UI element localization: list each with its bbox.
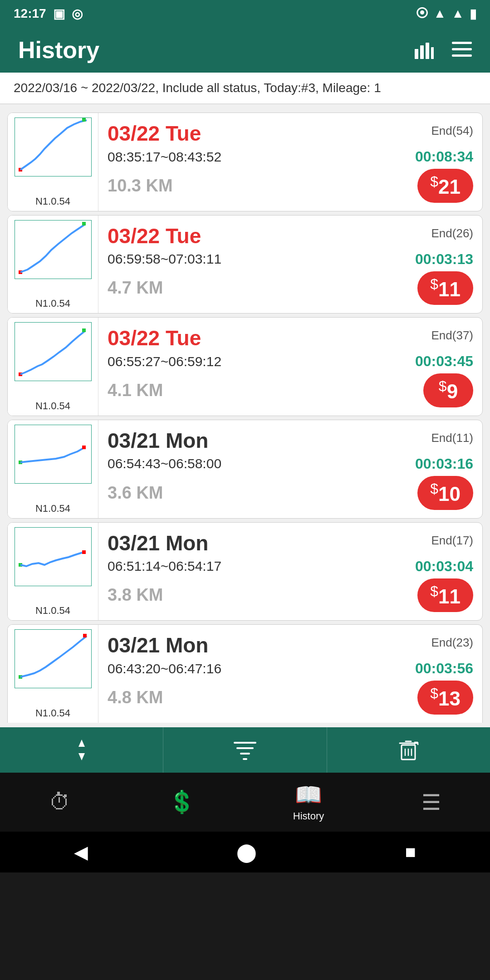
nav-item-history-back[interactable]: ⏱: [49, 789, 71, 814]
trip-time-6: 06:43:20~06:47:16: [108, 661, 221, 676]
trip-fare-5: $11: [417, 578, 473, 612]
trip-date-4: 03/21 Mon: [108, 428, 208, 453]
trip-duration-2: 00:03:13: [415, 251, 473, 268]
trip-info-2: 03/22 Tue End(26) 06:59:58~07:03:11 00:0…: [98, 216, 482, 314]
trip-time-1: 08:35:17~08:43:52: [108, 149, 221, 165]
trip-info-3: 03/22 Tue End(37) 06:55:27~06:59:12 00:0…: [98, 318, 482, 416]
chart-version-6: N1.0.54: [35, 707, 70, 719]
chart-bar-icon[interactable]: [414, 40, 434, 60]
chart-thumbnail: N1.0.54: [8, 523, 98, 621]
trip-distance-4: 3.6 KM: [108, 483, 163, 503]
trip-end-5: End(17): [431, 534, 474, 548]
trip-fare-6: $13: [417, 681, 473, 715]
chart-version-5: N1.0.54: [35, 605, 70, 617]
history-back-icon: ⏱: [49, 789, 71, 814]
trip-time-5: 06:51:14~06:54:17: [108, 559, 221, 574]
trip-distance-6: 4.8 KM: [108, 688, 163, 707]
trip-end-4: End(11): [431, 431, 474, 445]
chart-thumbnail: N1.0.54: [8, 216, 98, 314]
chart-version-4: N1.0.54: [35, 503, 70, 514]
trip-time-4: 06:54:43~06:58:00: [108, 456, 221, 471]
svg-rect-5: [452, 48, 472, 50]
chart-thumbnail: N1.0.54: [8, 318, 98, 416]
svg-marker-19: [78, 740, 85, 747]
trip-date-2: 03/22 Tue: [108, 224, 201, 248]
svg-marker-20: [78, 753, 85, 760]
trip-duration-3: 00:03:45: [415, 353, 473, 370]
table-row[interactable]: N1.0.54 03/21 Mon End(23) 06:43:20~06:47…: [7, 624, 483, 723]
delete-button[interactable]: [327, 727, 490, 773]
trip-distance-3: 4.1 KM: [108, 381, 163, 400]
trip-end-3: End(37): [431, 328, 474, 343]
recent-button[interactable]: ■: [405, 842, 416, 862]
trip-fare-3: $9: [423, 373, 473, 407]
trip-fare-4: $10: [417, 476, 473, 510]
svg-rect-10: [82, 222, 86, 225]
svg-rect-6: [452, 54, 472, 57]
nav-label-history: History: [293, 810, 324, 822]
trip-duration-1: 00:08:34: [415, 148, 473, 165]
svg-rect-8: [82, 118, 86, 122]
svg-rect-12: [82, 328, 86, 332]
trip-info-4: 03/21 Mon End(11) 06:54:43~06:58:00 00:0…: [98, 420, 482, 518]
back-button[interactable]: ◀: [74, 842, 88, 862]
system-nav: ◀ ⬤ ■: [0, 832, 490, 872]
trip-end-2: End(26): [431, 226, 474, 240]
filter-button[interactable]: [163, 727, 327, 773]
menu-icon[interactable]: [452, 42, 472, 58]
trip-duration-5: 00:03:04: [415, 558, 473, 575]
trip-distance-5: 3.8 KM: [108, 585, 163, 605]
svg-rect-16: [82, 550, 86, 554]
table-row[interactable]: N1.0.54 03/22 Tue End(54) 08:35:17~08:43…: [7, 113, 483, 211]
sort-button[interactable]: [0, 727, 163, 773]
trip-duration-4: 00:03:16: [415, 456, 473, 472]
home-button[interactable]: ⬤: [236, 842, 257, 862]
page-title: History: [18, 36, 99, 64]
svg-rect-0: [415, 49, 418, 59]
trip-date-3: 03/22 Tue: [108, 326, 201, 350]
chart-thumbnail: N1.0.54: [8, 420, 98, 518]
filter-bar: 2022/03/16 ~ 2022/03/22, Include all sta…: [0, 73, 490, 104]
trip-end-6: End(23): [431, 636, 474, 650]
bottom-nav: ⏱ 💲 📖 History ☰: [0, 773, 490, 832]
table-row[interactable]: N1.0.54 03/21 Mon End(17) 06:51:14~06:54…: [7, 522, 483, 621]
chart-thumbnail: N1.0.54: [8, 113, 98, 211]
svg-rect-18: [83, 634, 87, 637]
dnd-icon: ◎: [72, 6, 83, 21]
table-row[interactable]: N1.0.54 03/21 Mon End(11) 06:54:43~06:58…: [7, 420, 483, 519]
table-row[interactable]: N1.0.54 03/22 Tue End(26) 06:59:58~07:03…: [7, 215, 483, 314]
trip-fare-1: $21: [417, 169, 473, 203]
nav-item-checklist[interactable]: ☰: [421, 789, 441, 815]
nav-item-dollar[interactable]: 💲: [168, 789, 196, 815]
location-icon: ⦿: [416, 6, 428, 21]
app-header: History: [0, 27, 490, 73]
battery-icon: ▮: [470, 6, 476, 21]
bottom-toolbar: [0, 727, 490, 773]
status-bar: 12:17 ▣ ◎ ⦿ ▲ ▲ ▮: [0, 0, 490, 27]
dollar-icon: 💲: [168, 789, 196, 815]
main-content: N1.0.54 03/22 Tue End(54) 08:35:17~08:43…: [0, 104, 490, 727]
chart-thumbnail: N1.0.54: [8, 625, 98, 723]
trip-duration-6: 00:03:56: [415, 660, 473, 677]
svg-rect-4: [452, 42, 472, 44]
wifi-icon: ▲: [434, 6, 446, 21]
signal-icon: ▲: [451, 6, 464, 21]
sim-icon: ▣: [53, 6, 65, 21]
trip-distance-2: 4.7 KM: [108, 278, 163, 298]
trip-end-1: End(54): [431, 124, 474, 138]
trip-info-5: 03/21 Mon End(17) 06:51:14~06:54:17 00:0…: [98, 523, 482, 621]
chart-version-1: N1.0.54: [35, 196, 70, 207]
trip-distance-1: 10.3 KM: [108, 176, 173, 196]
status-time: 12:17: [14, 6, 46, 21]
chart-version-2: N1.0.54: [35, 298, 70, 309]
nav-item-history[interactable]: 📖 History: [293, 782, 324, 822]
trip-fare-2: $11: [417, 271, 473, 305]
history-icon: 📖: [295, 782, 322, 808]
table-row[interactable]: N1.0.54 03/22 Tue End(37) 06:55:27~06:59…: [7, 317, 483, 416]
checklist-icon: ☰: [421, 789, 441, 815]
trip-date-1: 03/22 Tue: [108, 121, 201, 146]
trip-info-1: 03/22 Tue End(54) 08:35:17~08:43:52 00:0…: [98, 113, 482, 211]
trip-time-2: 06:59:58~07:03:11: [108, 251, 221, 267]
trip-time-3: 06:55:27~06:59:12: [108, 354, 221, 369]
svg-rect-3: [431, 47, 434, 59]
